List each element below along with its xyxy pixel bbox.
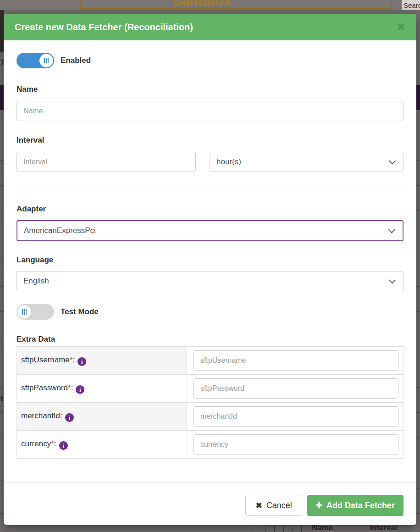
- field-key-text: sftpPassword: [21, 383, 68, 392]
- interval-unit-select[interactable]: hour(s): [210, 152, 403, 172]
- cancel-button-label: Cancel: [266, 501, 292, 510]
- currency-input[interactable]: [193, 434, 398, 454]
- test-mode-toggle-label: Test Mode: [61, 307, 99, 316]
- cancel-button[interactable]: ✖ Cancel: [245, 495, 302, 516]
- extra-data-key: currency*:i: [17, 431, 187, 459]
- language-label: Language: [17, 255, 403, 264]
- background-dark-strip: [0, 10, 4, 52]
- background-text-fragment-bottom: t: [0, 395, 3, 403]
- modal-header: Create new Data Fetcher (Reconciliation)…: [4, 14, 416, 40]
- extra-data-row-sftppassword: sftpPassword*:i: [17, 375, 403, 403]
- extra-data-heading: Extra Data: [17, 335, 403, 344]
- extra-data-key: sftpPassword*:i: [17, 375, 187, 403]
- adapter-selected-value: AmericanExpressPci: [24, 226, 96, 235]
- colon-text: :: [71, 383, 73, 392]
- extra-data-value-cell: [187, 375, 403, 403]
- enabled-toggle[interactable]: [17, 53, 54, 68]
- close-icon[interactable]: ✖: [397, 22, 405, 32]
- sftppassword-input[interactable]: [193, 378, 398, 399]
- extra-data-table: sftpUsername*:i sftpPassword*:i: [17, 346, 403, 459]
- background-bottom-table-header: Name Interval: [0, 525, 420, 532]
- background-search-box: Searc: [402, 0, 420, 10]
- name-label: Name: [17, 85, 403, 94]
- chevron-down-icon: [389, 157, 396, 165]
- background-topbar: Sandbox Searc: [0, 0, 420, 10]
- extra-data-key: merchantId:i: [17, 403, 187, 431]
- plus-icon: ✚: [316, 501, 322, 510]
- extra-data-row-sftpusername: sftpUsername*:i: [17, 347, 403, 375]
- cancel-x-icon: ✖: [255, 501, 262, 510]
- colon-text: :: [60, 411, 62, 420]
- chevron-down-icon: [389, 277, 396, 284]
- enabled-toggle-label: Enabled: [61, 56, 91, 65]
- extra-data-key: sftpUsername*:i: [17, 347, 187, 375]
- adapter-select[interactable]: AmericanExpressPci: [17, 220, 403, 241]
- field-key-text: currency: [21, 439, 51, 448]
- sftpusername-input[interactable]: [193, 350, 398, 371]
- modal-title: Create new Data Fetcher (Reconciliation): [15, 22, 397, 33]
- add-data-fetcher-button[interactable]: ✚ Add Data Fetcher: [307, 495, 403, 516]
- interval-input[interactable]: [17, 152, 196, 172]
- extra-data-value-cell: [187, 403, 403, 431]
- info-icon[interactable]: i: [77, 357, 86, 366]
- modal-footer: ✖ Cancel ✚ Add Data Fetcher: [4, 482, 416, 525]
- test-mode-toggle[interactable]: [17, 304, 54, 320]
- language-selected-value: English: [23, 277, 49, 286]
- interval-label: Interval: [17, 136, 403, 144]
- interval-unit-value: hour(s): [216, 157, 241, 166]
- colon-text: :: [54, 439, 56, 448]
- required-asterisk: *: [68, 383, 71, 392]
- name-input[interactable]: [17, 101, 403, 121]
- merchantid-input[interactable]: [193, 406, 398, 427]
- info-icon[interactable]: i: [65, 413, 74, 422]
- info-icon[interactable]: i: [76, 385, 84, 394]
- toggle-knob-icon: [39, 54, 53, 67]
- create-data-fetcher-modal: Create new Data Fetcher (Reconciliation)…: [4, 14, 416, 525]
- required-asterisk: *: [51, 439, 54, 448]
- adapter-label: Adapter: [17, 205, 403, 213]
- sandbox-banner-label: Sandbox: [151, 0, 252, 9]
- extra-data-value-cell: [187, 431, 403, 459]
- chevron-down-icon: [388, 226, 396, 233]
- language-select[interactable]: English: [17, 271, 403, 291]
- colon-text: :: [72, 355, 75, 364]
- extra-data-row-currency: currency*:i: [17, 431, 403, 459]
- field-key-text: merchantId: [21, 411, 60, 420]
- extra-data-row-merchantid: merchantId:i: [17, 403, 403, 431]
- field-key-text: sftpUsername: [21, 355, 70, 364]
- info-icon[interactable]: i: [59, 441, 68, 450]
- section-divider: [17, 188, 403, 188]
- extra-data-value-cell: [187, 347, 403, 375]
- add-button-label: Add Data Fetcher: [326, 501, 395, 510]
- toggle-knob-icon: [17, 305, 31, 319]
